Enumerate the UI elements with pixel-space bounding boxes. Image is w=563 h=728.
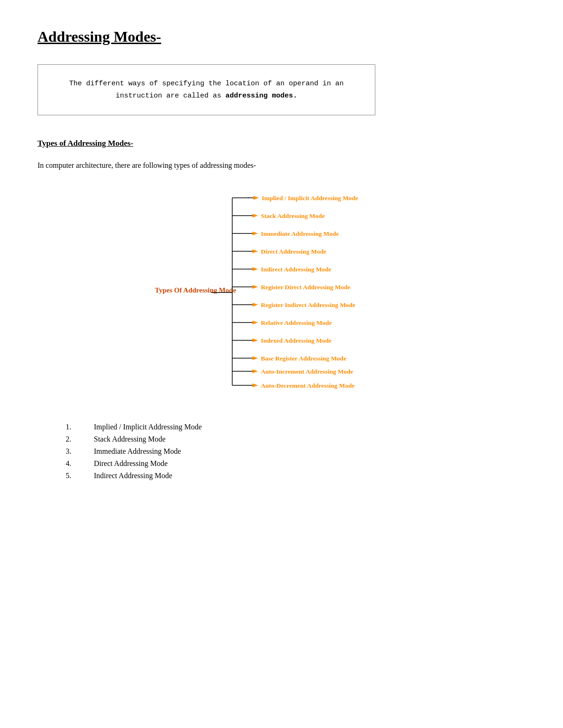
svg-marker-22 bbox=[252, 369, 258, 373]
svg-marker-6 bbox=[252, 232, 258, 235]
list-text: Stack Addressing Mode bbox=[94, 435, 166, 443]
list-item: 4. Direct Addressing Mode bbox=[66, 459, 525, 468]
branch-12: Auto-Decrement Addressing Mode bbox=[261, 382, 355, 389]
definition-box: The different ways of specifying the loc… bbox=[38, 64, 375, 115]
svg-marker-20 bbox=[252, 356, 258, 360]
page-title: Addressing Modes- bbox=[38, 28, 525, 45]
branch-4: Direct Addressing Mode bbox=[261, 248, 327, 255]
branch-5: Indirect Addressing Mode bbox=[261, 266, 331, 273]
diagram-svg: Types Of Addressing Mode Implied / Impli… bbox=[66, 184, 394, 399]
branch-8: Relative Addressing Mode bbox=[261, 319, 332, 326]
definition-text: The different ways of specifying the loc… bbox=[69, 80, 343, 100]
branch-10: Base Register Addressing Mode bbox=[261, 355, 346, 362]
types-heading: Types of Addressing Modes- bbox=[38, 139, 525, 148]
list-number: 2. bbox=[66, 435, 94, 443]
branch-11: Auto-Increment Addressing Mode bbox=[261, 368, 353, 375]
list-item: 1. Implied / Implicit Addressing Mode bbox=[66, 423, 525, 431]
svg-marker-2 bbox=[253, 196, 259, 200]
list-number: 4. bbox=[66, 459, 94, 468]
list-item: 5. Indirect Addressing Mode bbox=[66, 472, 525, 480]
list-item: 2. Stack Addressing Mode bbox=[66, 435, 525, 443]
svg-marker-24 bbox=[252, 383, 258, 387]
list-number: 3. bbox=[66, 447, 94, 456]
list-text: Direct Addressing Mode bbox=[94, 459, 167, 468]
list-text: Implied / Implicit Addressing Mode bbox=[94, 423, 202, 431]
branch-2: Stack Addressing Mode bbox=[261, 212, 325, 219]
diagram-container: Types Of Addressing Mode Implied / Impli… bbox=[66, 184, 525, 399]
svg-marker-12 bbox=[252, 285, 258, 289]
svg-marker-4 bbox=[252, 214, 258, 218]
list-number: 1. bbox=[66, 423, 94, 431]
branch-3: Immediate Addressing Mode bbox=[261, 230, 339, 237]
svg-marker-14 bbox=[252, 303, 258, 307]
branch-7: Register Indirect Addressing Mode bbox=[261, 301, 355, 308]
list-text: Immediate Addressing Mode bbox=[94, 447, 181, 456]
svg-marker-16 bbox=[252, 321, 258, 324]
list-number: 5. bbox=[66, 472, 94, 480]
branch-9: Indexed Addressing Mode bbox=[261, 337, 332, 344]
intro-text: In computer architecture, there are foll… bbox=[38, 161, 525, 170]
branch-1: Implied / Implicit Addressing Mode bbox=[262, 195, 358, 202]
svg-marker-8 bbox=[252, 249, 258, 253]
svg-marker-10 bbox=[252, 267, 258, 271]
list-item: 3. Immediate Addressing Mode bbox=[66, 447, 525, 456]
branch-6: Register Direct Addressing Mode bbox=[261, 284, 350, 291]
numbered-list: 1. Implied / Implicit Addressing Mode 2.… bbox=[66, 423, 525, 480]
svg-marker-18 bbox=[252, 338, 258, 342]
list-text: Indirect Addressing Mode bbox=[94, 472, 172, 480]
